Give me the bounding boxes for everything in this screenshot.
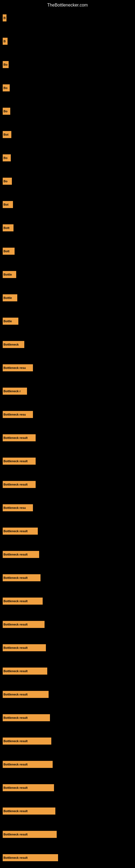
bar-label: Bottleneck result <box>3 574 41 581</box>
bar-row: Bottleneck r <box>0 388 135 395</box>
bar-label: Bottleneck r <box>3 388 27 395</box>
bar-row: Bottleneck result <box>0 434 135 441</box>
bar-label: Bottleneck resu <box>3 411 33 418</box>
bar-row: Bottleneck result <box>0 738 135 745</box>
site-title: TheBottlenecker.com <box>47 3 88 7</box>
bar-label: Bottleneck resu <box>3 504 33 511</box>
bar-label: Bo <box>3 178 12 185</box>
bar-row: Bottleneck result <box>0 761 135 768</box>
bar-label: Bottle <box>3 294 17 301</box>
bar-label: Bottleneck result <box>3 714 50 721</box>
bar-row: Bottleneck resu <box>0 411 135 418</box>
header: TheBottlenecker.com <box>0 0 135 9</box>
bar-row: Bottleneck result <box>0 714 135 721</box>
bar-label: B <box>3 38 8 45</box>
bar-row: Bottleneck resu <box>0 504 135 511</box>
bar-row: Bottleneck result <box>0 831 135 838</box>
bar-label: Bo <box>3 84 10 91</box>
bar-label: B <box>3 14 6 22</box>
bar-label: Bottle <box>3 271 16 278</box>
bar-row: Bottleneck result <box>0 458 135 465</box>
bar-label: Bottleneck result <box>3 761 53 768</box>
bar-label: Bo <box>3 108 10 115</box>
bar-row: Bottle <box>0 294 135 301</box>
bar-label: Bottle <box>3 318 18 325</box>
bar-row: Bottleneck result <box>0 668 135 675</box>
bar-row: Bot <box>0 131 135 138</box>
bar-row: B <box>0 14 135 22</box>
bar-label: Bottleneck result <box>3 831 57 838</box>
bar-row: Bottleneck result <box>0 784 135 791</box>
bar-row: Bottleneck result <box>0 551 135 558</box>
bar-label: Bo <box>3 154 11 161</box>
bar-label: Bottleneck result <box>3 481 36 488</box>
bar-label: Bottleneck result <box>3 621 45 628</box>
bar-label: Bottleneck result <box>3 551 39 558</box>
bar-label: Bottleneck result <box>3 528 38 535</box>
bar-label: Bottleneck result <box>3 854 58 861</box>
bar-row: Bo <box>0 108 135 115</box>
bar-row: Bottleneck result <box>0 597 135 604</box>
bar-row: Bo <box>0 84 135 91</box>
bar-label: Bottleneck result <box>3 668 47 675</box>
bar-row: Bott <box>0 248 135 255</box>
bar-label: Bottleneck result <box>3 784 54 791</box>
bar-row: Bottle <box>0 271 135 278</box>
bar-label: Bottleneck <box>3 341 24 348</box>
bar-row: Bottle <box>0 318 135 325</box>
bar-label: Bott <box>3 224 13 231</box>
bar-row: Bottleneck result <box>0 621 135 628</box>
bar-label: Bottleneck result <box>3 644 46 651</box>
bar-row: Bot <box>0 201 135 208</box>
bar-row: Bott <box>0 224 135 231</box>
bar-row: Bottleneck result <box>0 644 135 651</box>
bar-label: Bottleneck resu <box>3 364 33 371</box>
bar-row: Bottleneck result <box>0 481 135 488</box>
bar-label: Bo <box>3 61 9 68</box>
bar-row: Bottleneck result <box>0 854 135 861</box>
bar-row: Bo <box>0 61 135 68</box>
bar-label: Bottleneck result <box>3 458 36 465</box>
bar-label: Bottleneck result <box>3 691 49 698</box>
bar-row: B <box>0 38 135 45</box>
bar-label: Bot <box>3 201 13 208</box>
bar-row: Bottleneck result <box>0 691 135 698</box>
bar-label: Bot <box>3 131 11 138</box>
bar-row: Bottleneck result <box>0 574 135 581</box>
bar-row: Bottleneck result <box>0 807 135 814</box>
bar-row: Bottleneck resu <box>0 364 135 371</box>
bar-row: Bottleneck <box>0 341 135 348</box>
bar-row: Bo <box>0 154 135 161</box>
bar-label: Bottleneck result <box>3 738 51 745</box>
bar-label: Bott <box>3 248 14 255</box>
bar-row: Bottleneck result <box>0 528 135 535</box>
bar-row: Bo <box>0 178 135 185</box>
bar-label: Bottleneck result <box>3 597 43 604</box>
bars-container: BBBoBoBoBotBoBoBotBottBottBottleBottleBo… <box>0 14 135 861</box>
bar-label: Bottleneck result <box>3 807 55 814</box>
bar-label: Bottleneck result <box>3 434 36 441</box>
